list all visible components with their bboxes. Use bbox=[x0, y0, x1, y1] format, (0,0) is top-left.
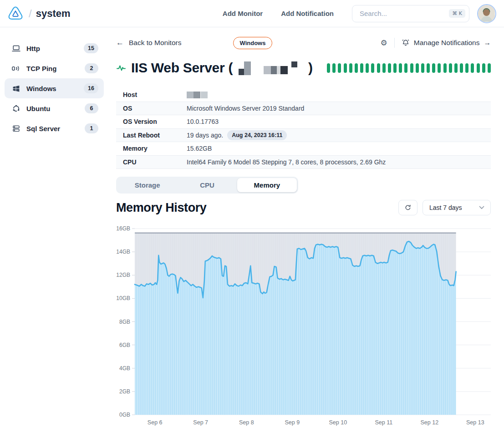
refresh-button[interactable] bbox=[398, 200, 417, 215]
search-shortcut-kbd: ⌘ K bbox=[449, 9, 465, 18]
info-label: OS bbox=[116, 105, 187, 112]
redacted-value bbox=[187, 92, 208, 98]
tab-storage[interactable]: Storage bbox=[117, 178, 177, 192]
main-content: ← Back to Monitors Windows ⚙ Manage Noti… bbox=[108, 27, 504, 433]
monitor-title-suffix: ) bbox=[308, 60, 313, 76]
sidebar-item-ubuntu[interactable]: Ubuntu6 bbox=[5, 98, 104, 118]
sidebar-item-label: Sql Server bbox=[26, 125, 79, 132]
info-value: Microsoft Windows Server 2019 Standard bbox=[187, 105, 304, 112]
memory-history-chart: 0GB2GB4GB6GB8GB10GB12GB14GB16GBSep 6Sep … bbox=[116, 222, 491, 433]
info-value: 15.62GB bbox=[187, 145, 212, 152]
time-range-select[interactable]: Last 7 days bbox=[423, 200, 491, 215]
status-bar bbox=[344, 63, 347, 73]
status-bar bbox=[382, 63, 386, 73]
metric-tabs: StorageCPUMemory bbox=[116, 177, 298, 194]
sidebar-item-http[interactable]: Http15 bbox=[5, 38, 104, 58]
info-row-cpu: CPUIntel64 Family 6 Model 85 Stepping 7,… bbox=[116, 156, 491, 169]
arrow-left-icon: ← bbox=[116, 38, 124, 47]
server-icon bbox=[11, 125, 20, 132]
svg-text:4GB: 4GB bbox=[119, 365, 130, 372]
refresh-icon bbox=[404, 204, 412, 211]
sidebar-item-label: Ubuntu bbox=[26, 105, 79, 112]
tab-cpu[interactable]: CPU bbox=[177, 178, 237, 192]
sidebar-item-label: TCP Ping bbox=[26, 65, 79, 72]
status-bar bbox=[488, 63, 491, 73]
tab-memory[interactable]: Memory bbox=[237, 178, 297, 192]
search-input[interactable] bbox=[359, 9, 449, 18]
status-bar bbox=[410, 63, 413, 73]
avatar[interactable] bbox=[477, 4, 496, 23]
status-bar bbox=[388, 63, 391, 73]
sidebar-item-windows[interactable]: Windows16 bbox=[5, 78, 104, 98]
sidebar: Http15TCP Ping2Windows16Ubuntu6Sql Serve… bbox=[0, 27, 108, 433]
info-value-text: 10.0.17763 bbox=[187, 118, 219, 125]
sidebar-item-sql-server[interactable]: Sql Server1 bbox=[5, 118, 104, 138]
app-logo bbox=[6, 5, 25, 23]
info-value: Intel64 Family 6 Model 85 Stepping 7, 8 … bbox=[187, 158, 386, 166]
info-row-os-version: OS Version10.0.17763 bbox=[116, 115, 491, 129]
svg-text:Sep 7: Sep 7 bbox=[193, 419, 208, 426]
status-bar bbox=[421, 63, 424, 73]
nav-add-monitor[interactable]: Add Monitor bbox=[223, 10, 263, 17]
app-header: / system Add MonitorAdd Notification ⌘ K bbox=[0, 0, 504, 27]
status-bar bbox=[327, 63, 330, 73]
brand: / system bbox=[6, 5, 109, 23]
status-bar bbox=[427, 63, 430, 73]
pulse-icon bbox=[116, 63, 126, 73]
monitor-title-row: IIS Web Server ( ) bbox=[116, 60, 491, 76]
back-to-monitors-link[interactable]: ← Back to Monitors bbox=[116, 38, 181, 47]
app-title: system bbox=[36, 8, 71, 20]
info-row-last-reboot: Last Reboot19 days ago.Aug 24, 2023 16:1… bbox=[116, 129, 491, 143]
manage-notifications-label: Manage Notifications bbox=[414, 39, 480, 47]
monitor-title-prefix: IIS Web Server ( bbox=[131, 60, 233, 76]
count-badge: 6 bbox=[85, 103, 98, 113]
status-bar bbox=[338, 63, 341, 73]
breadcrumb-slash: / bbox=[29, 7, 32, 20]
svg-text:0GB: 0GB bbox=[119, 412, 130, 418]
status-bar bbox=[332, 63, 336, 73]
info-value: 19 days ago.Aug 24, 2023 16:11 bbox=[187, 130, 287, 140]
uptime-status-bars bbox=[327, 63, 491, 73]
chevron-down-icon bbox=[479, 206, 484, 209]
redacted-monitor-name bbox=[239, 61, 302, 75]
svg-text:Sep 13: Sep 13 bbox=[466, 419, 484, 426]
info-value bbox=[187, 92, 208, 98]
status-bar bbox=[349, 63, 352, 73]
search-box[interactable]: ⌘ K bbox=[352, 5, 469, 22]
nav-add-notification[interactable]: Add Notification bbox=[281, 10, 334, 17]
sidebar-item-label: Windows bbox=[26, 85, 78, 92]
svg-text:Sep 10: Sep 10 bbox=[329, 419, 347, 426]
monitor-info-table: HostOSMicrosoft Windows Server 2019 Stan… bbox=[116, 88, 491, 169]
status-bar bbox=[371, 63, 374, 73]
svg-text:6GB: 6GB bbox=[119, 342, 130, 348]
manage-notifications-link[interactable]: Manage Notifications → bbox=[402, 39, 491, 47]
info-value: 10.0.17763 bbox=[187, 118, 219, 125]
status-bar bbox=[477, 63, 480, 73]
svg-text:16GB: 16GB bbox=[116, 225, 130, 232]
windows-icon bbox=[11, 85, 20, 92]
info-row-os: OSMicrosoft Windows Server 2019 Standard bbox=[116, 102, 491, 116]
time-range-value: Last 7 days bbox=[429, 204, 462, 211]
top-nav: Add MonitorAdd Notification bbox=[223, 10, 334, 17]
svg-text:Sep 9: Sep 9 bbox=[285, 419, 300, 426]
svg-text:8GB: 8GB bbox=[119, 319, 130, 325]
status-bar bbox=[393, 63, 397, 73]
status-bar bbox=[404, 63, 407, 73]
gear-icon[interactable]: ⚙ bbox=[381, 39, 387, 47]
count-badge: 15 bbox=[84, 43, 98, 53]
signal-icon bbox=[11, 65, 20, 72]
count-badge: 16 bbox=[84, 83, 98, 93]
status-bar bbox=[443, 63, 447, 73]
status-bar bbox=[449, 63, 452, 73]
sidebar-item-tcp-ping[interactable]: TCP Ping2 bbox=[5, 58, 104, 78]
status-bar bbox=[454, 63, 458, 73]
monitor-type-badge: Windows bbox=[233, 37, 273, 49]
status-bar bbox=[432, 63, 435, 73]
sidebar-item-label: Http bbox=[26, 45, 78, 52]
svg-text:2GB: 2GB bbox=[119, 388, 130, 395]
info-label: Host bbox=[116, 91, 187, 98]
status-bar bbox=[438, 63, 441, 73]
svg-text:Sep 12: Sep 12 bbox=[420, 419, 438, 426]
monitor-toolbar: ← Back to Monitors Windows ⚙ Manage Noti… bbox=[116, 36, 491, 49]
arrow-right-icon: → bbox=[484, 39, 491, 47]
